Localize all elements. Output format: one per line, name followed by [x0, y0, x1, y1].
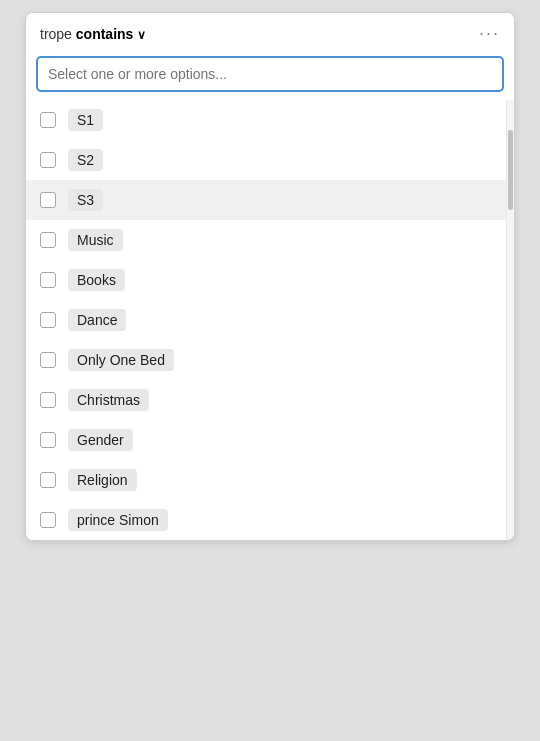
checkbox-books[interactable]	[40, 272, 56, 288]
options-list: S1S2S3MusicBooksDanceOnly One BedChristm…	[26, 100, 506, 540]
option-label-prince-simon: prince Simon	[68, 509, 168, 531]
checkbox-music[interactable]	[40, 232, 56, 248]
option-label-books: Books	[68, 269, 125, 291]
chevron-icon[interactable]: ∨	[137, 28, 146, 42]
option-label-s3: S3	[68, 189, 103, 211]
option-label-religion: Religion	[68, 469, 137, 491]
list-item[interactable]: S1	[26, 100, 506, 140]
title-prefix: trope	[40, 26, 72, 42]
panel-header: trope contains ∨ ···	[26, 13, 514, 52]
list-item[interactable]: Religion	[26, 460, 506, 500]
option-label-christmas: Christmas	[68, 389, 149, 411]
scrollbar-area: S1S2S3MusicBooksDanceOnly One BedChristm…	[26, 100, 514, 540]
header-title: trope contains ∨	[40, 26, 146, 42]
option-label-dance: Dance	[68, 309, 126, 331]
list-item[interactable]: S3	[26, 180, 506, 220]
checkbox-dance[interactable]	[40, 312, 56, 328]
list-item[interactable]: S2	[26, 140, 506, 180]
title-keyword: contains	[76, 26, 134, 42]
option-label-s1: S1	[68, 109, 103, 131]
list-item[interactable]: Christmas	[26, 380, 506, 420]
more-options-button[interactable]: ···	[479, 23, 500, 44]
checkbox-s2[interactable]	[40, 152, 56, 168]
checkbox-gender[interactable]	[40, 432, 56, 448]
checkbox-religion[interactable]	[40, 472, 56, 488]
option-label-music: Music	[68, 229, 123, 251]
option-label-only-one-bed: Only One Bed	[68, 349, 174, 371]
list-item[interactable]: Dance	[26, 300, 506, 340]
checkbox-s1[interactable]	[40, 112, 56, 128]
checkbox-s3[interactable]	[40, 192, 56, 208]
list-item[interactable]: prince Simon	[26, 500, 506, 540]
list-item[interactable]: Books	[26, 260, 506, 300]
scrollbar-track[interactable]	[506, 100, 514, 540]
list-item[interactable]: Only One Bed	[26, 340, 506, 380]
option-label-gender: Gender	[68, 429, 133, 451]
filter-panel: trope contains ∨ ··· S1S2S3MusicBooksDan…	[25, 12, 515, 541]
list-item[interactable]: Gender	[26, 420, 506, 460]
scrollbar-thumb[interactable]	[508, 130, 513, 210]
list-item[interactable]: Music	[26, 220, 506, 260]
option-label-s2: S2	[68, 149, 103, 171]
search-container	[26, 52, 514, 100]
checkbox-prince-simon[interactable]	[40, 512, 56, 528]
checkbox-christmas[interactable]	[40, 392, 56, 408]
search-input[interactable]	[36, 56, 504, 92]
checkbox-only-one-bed[interactable]	[40, 352, 56, 368]
